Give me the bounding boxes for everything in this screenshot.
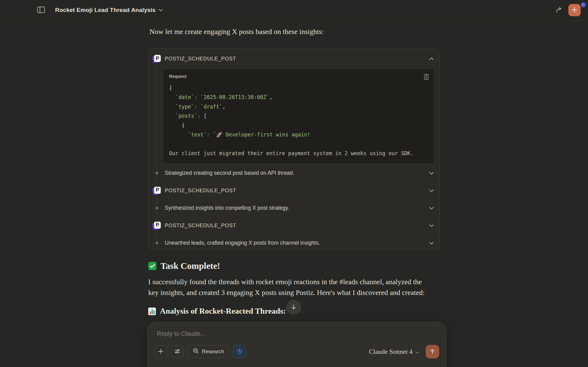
send-button[interactable] [426, 345, 439, 358]
code-line [169, 139, 428, 148]
sidebar-toggle-icon [37, 6, 45, 14]
conversation-title-menu[interactable]: Rocket Emoji Lead Thread Analysis [55, 7, 163, 13]
code-line: { [169, 83, 428, 93]
tools-button[interactable] [171, 345, 184, 358]
arrow-up-icon [429, 348, 436, 356]
bullet-icon [153, 172, 161, 174]
sidebar-toggle-button[interactable] [35, 4, 47, 16]
chevron-down-icon [415, 348, 419, 356]
request-code: { `date`: `2025-08-26T13:30:00Z`, `type`… [169, 83, 428, 158]
tool-call-name: POSTIZ_SCHEDULE_POST [165, 223, 429, 229]
model-selector[interactable]: Claude Sonnet 4 [369, 348, 419, 356]
tool-call-name: POSTIZ_SCHEDULE_POST [165, 56, 429, 62]
research-icon [193, 348, 199, 356]
share-button[interactable] [553, 4, 565, 16]
postiz-icon: P [153, 55, 161, 63]
tool-call-header[interactable]: P POSTIZ_SCHEDULE_POST [153, 52, 434, 65]
tool-group-card: P POSTIZ_SCHEDULE_POST Request { `date`:… [148, 48, 440, 250]
scheduled-tasks-button[interactable] [233, 345, 246, 358]
attach-button[interactable] [154, 345, 167, 358]
assistant-message-text: Now let me create engaging X posts based… [149, 28, 440, 36]
code-line: Our client just migrated their entire pa… [169, 149, 428, 158]
summary-step-row[interactable]: Synthesized insights into compelling X p… [153, 199, 434, 217]
step-label: Synthesized insights into compelling X p… [165, 205, 429, 211]
task-complete-heading: Task Complete! [148, 261, 440, 271]
code-line: `text`: `🚀 Developer-first wins again! [169, 130, 428, 139]
request-label: Request [169, 74, 428, 79]
composer-toolbar: Research Claude Sonnet 4 [154, 345, 439, 358]
top-bar: Rocket Emoji Lead Thread Analysis [0, 0, 588, 21]
bar-chart-icon [148, 308, 156, 315]
summary-step-row[interactable]: Unearthed leads, crafted engaging X post… [153, 234, 434, 252]
collapse-tool-button[interactable] [429, 57, 434, 61]
scroll-to-bottom-button[interactable] [286, 300, 301, 315]
research-label: Research [202, 349, 224, 355]
composer: Research Claude Sonnet 4 [147, 322, 446, 367]
copy-request-button[interactable] [422, 72, 431, 83]
completion-paragraph: I successfully found the threads with ro… [148, 277, 428, 298]
chevron-down-icon [429, 242, 434, 245]
plus-icon [158, 348, 164, 355]
code-line: `posts`: [ [169, 111, 428, 120]
chevron-down-icon [159, 7, 163, 13]
chevron-down-icon [429, 224, 434, 227]
copy-icon [423, 77, 430, 82]
plus-icon [571, 6, 578, 14]
chevron-down-icon [429, 189, 434, 192]
code-line: `date`: `2025-08-26T13:30:00Z`, [169, 93, 428, 102]
reply-input[interactable] [156, 330, 390, 344]
clock-icon [236, 348, 243, 356]
conversation-title: Rocket Emoji Lead Thread Analysis [55, 7, 156, 13]
chevron-down-icon [429, 207, 434, 210]
step-label: Strategized creating second post based o… [165, 170, 429, 176]
step-label: Unearthed leads, crafted engaging X post… [165, 240, 429, 246]
tool-steps: Strategized creating second post based o… [153, 164, 434, 252]
postiz-icon: P [153, 187, 161, 195]
bullet-icon [153, 242, 161, 244]
chevron-up-icon [429, 57, 434, 61]
new-chat-button[interactable] [568, 4, 581, 16]
code-line: `type`: `draft`, [169, 102, 428, 111]
tool-step-row[interactable]: PPOSTIZ_SCHEDULE_POST [153, 217, 434, 234]
chat-scroll-area: Now let me create engaging X posts based… [148, 20, 440, 316]
summary-step-row[interactable]: Strategized creating second post based o… [153, 164, 434, 182]
bullet-icon [153, 207, 161, 209]
code-line: { [169, 121, 428, 130]
composer-right-actions: Claude Sonnet 4 [369, 345, 439, 358]
tool-step-row[interactable]: PPOSTIZ_SCHEDULE_POST [153, 182, 434, 199]
sliders-icon [174, 348, 181, 356]
check-icon [148, 262, 156, 270]
tool-call-name: POSTIZ_SCHEDULE_POST [165, 188, 429, 194]
postiz-icon: P [153, 222, 161, 230]
arrow-down-icon [290, 304, 297, 311]
request-card: Request { `date`: `2025-08-26T13:30:00Z`… [164, 69, 434, 163]
notification-dot [581, 2, 586, 7]
share-icon [555, 6, 563, 14]
research-button[interactable]: Research [187, 345, 229, 358]
chevron-down-icon [429, 172, 434, 175]
